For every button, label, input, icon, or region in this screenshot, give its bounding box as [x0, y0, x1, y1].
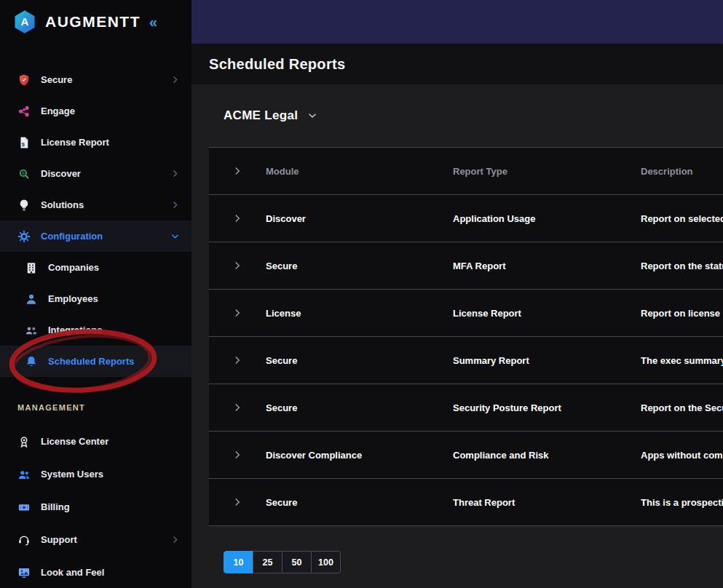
table-header-row: ModuleReport TypeDescription [209, 148, 723, 195]
chevron-right-icon [232, 355, 242, 365]
engage-icon [17, 105, 31, 118]
sidebar-item-label: Billing [41, 501, 180, 512]
sidebar-item-secure[interactable]: Secure [0, 64, 191, 95]
sidebar-nav: SecureEngage$License ReportDiscoverSolut… [0, 64, 191, 377]
row-expand-button[interactable] [209, 450, 266, 460]
cell-module: License [266, 308, 453, 319]
chevron-right-icon [232, 213, 242, 223]
sidebar-item-label: License Center [41, 436, 180, 447]
sidebar-item-license-report[interactable]: $License Report [0, 127, 191, 158]
cell-description: Report on the statu [641, 261, 723, 271]
chevron-right-icon [232, 497, 242, 507]
sidebar-item-label: Employees [48, 293, 180, 304]
sidebar-item-system-users[interactable]: System Users [0, 458, 191, 490]
support-icon [17, 533, 31, 547]
expand-all-button[interactable] [209, 166, 266, 176]
column-header-description: Description [641, 166, 723, 177]
sidebar-item-label: Configuration [41, 231, 160, 242]
sidebar-item-discover[interactable]: Discover [0, 158, 191, 189]
sidebar-item-engage[interactable]: Engage [0, 95, 191, 127]
solutions-icon [17, 199, 31, 212]
row-expand-button[interactable] [209, 497, 266, 507]
management-section-label: MANAGEMENT [17, 403, 191, 412]
sidebar-item-label: Companies [48, 262, 180, 273]
pagination: 102550100 [224, 551, 341, 573]
page-title: Scheduled Reports [209, 56, 345, 73]
chevron-right-icon [170, 200, 180, 210]
row-expand-button[interactable] [209, 402, 266, 413]
cell-report-type: MFA Report [453, 261, 641, 271]
shield-icon [17, 74, 31, 87]
sidebar-item-label: Look and Feel [41, 567, 180, 578]
sidebar-item-scheduled-reports[interactable]: Scheduled Reports [0, 346, 191, 377]
billing-icon [17, 501, 31, 514]
cell-report-type: Threat Report [453, 497, 641, 508]
sidebar-item-label: Discover [41, 168, 160, 179]
sidebar-item-label: Solutions [41, 199, 160, 210]
sidebar-item-label: Engage [41, 106, 180, 116]
company-selector[interactable]: ACME Legal [224, 84, 318, 147]
row-expand-button[interactable] [209, 213, 266, 223]
cell-description: Report on selected [641, 213, 723, 224]
cell-report-type: License Report [453, 308, 641, 319]
chevron-down-icon [307, 110, 318, 122]
system-users-icon [17, 468, 31, 481]
page-size-10[interactable]: 10 [224, 551, 253, 573]
chevron-right-icon [232, 308, 242, 318]
sidebar-item-employees[interactable]: Employees [0, 283, 191, 314]
sidebar-item-support[interactable]: Support [0, 523, 191, 556]
row-expand-button[interactable] [209, 355, 266, 365]
sidebar-item-solutions[interactable]: Solutions [0, 189, 191, 220]
table-row: SecureSecurity Posture ReportReport on t… [209, 384, 723, 432]
sidebar-item-label: Secure [41, 74, 160, 85]
chevron-down-icon [170, 231, 180, 241]
cell-description: Apps without comp [641, 450, 723, 461]
row-expand-button[interactable] [209, 308, 266, 318]
license-report-icon: $ [17, 136, 31, 149]
sidebar-item-label: License Report [41, 137, 180, 148]
integrations-icon [25, 324, 38, 337]
cell-description: The exec summary [641, 355, 723, 366]
column-header-report-type: Report Type [453, 166, 641, 177]
sidebar-item-license-center[interactable]: License Center [0, 425, 191, 458]
row-expand-button[interactable] [209, 261, 266, 271]
discover-icon [17, 167, 31, 180]
sidebar-item-label: Integrations [48, 325, 180, 335]
cell-description: Report on license u [641, 308, 723, 319]
page-size-100[interactable]: 100 [311, 551, 341, 573]
svg-text:A: A [21, 15, 29, 28]
chevron-right-icon [232, 166, 242, 176]
license-center-icon [17, 435, 31, 448]
cell-module: Secure [266, 355, 453, 366]
main-content: ACME Legal ModuleReport TypeDescriptionD… [191, 84, 723, 588]
scheduled-reports-table: ModuleReport TypeDescriptionDiscoverAppl… [209, 147, 723, 526]
augmentt-logo-icon: A [12, 9, 38, 35]
sidebar-item-billing[interactable]: Billing [0, 490, 191, 523]
cell-module: Secure [266, 497, 453, 508]
cell-report-type: Summary Report [453, 355, 641, 366]
page-size-50[interactable]: 50 [282, 551, 312, 573]
company-name: ACME Legal [224, 108, 298, 123]
table-row: SecureSummary ReportThe exec summary [209, 337, 723, 384]
look-and-feel-icon [17, 566, 31, 579]
table-row: SecureMFA ReportReport on the statu [209, 242, 723, 290]
gear-icon [17, 230, 31, 243]
sidebar-item-configuration[interactable]: Configuration [0, 220, 191, 252]
column-header-module: Module [266, 166, 453, 177]
cell-description: This is a prospectin [641, 497, 723, 508]
sidebar-item-label: Support [41, 534, 160, 545]
sidebar-item-look-and-feel[interactable]: Look and Feel [0, 556, 191, 588]
sidebar-item-label: System Users [41, 469, 180, 480]
sidebar-item-integrations[interactable]: Integrations [0, 314, 191, 346]
chevron-right-icon [232, 402, 242, 413]
page-size-25[interactable]: 25 [253, 551, 283, 573]
sidebar-management-nav: License CenterSystem UsersBillingSupport… [0, 425, 191, 588]
chevron-right-icon [232, 450, 242, 460]
sidebar-collapse-icon[interactable]: « [149, 14, 157, 31]
brand-name: AUGMENTT [45, 13, 141, 31]
cell-report-type: Security Posture Report [453, 402, 641, 413]
table-row: Discover ComplianceCompliance and RiskAp… [209, 432, 723, 479]
sidebar-item-companies[interactable]: Companies [0, 252, 191, 283]
companies-icon [25, 261, 38, 274]
cell-report-type: Application Usage [453, 213, 641, 224]
